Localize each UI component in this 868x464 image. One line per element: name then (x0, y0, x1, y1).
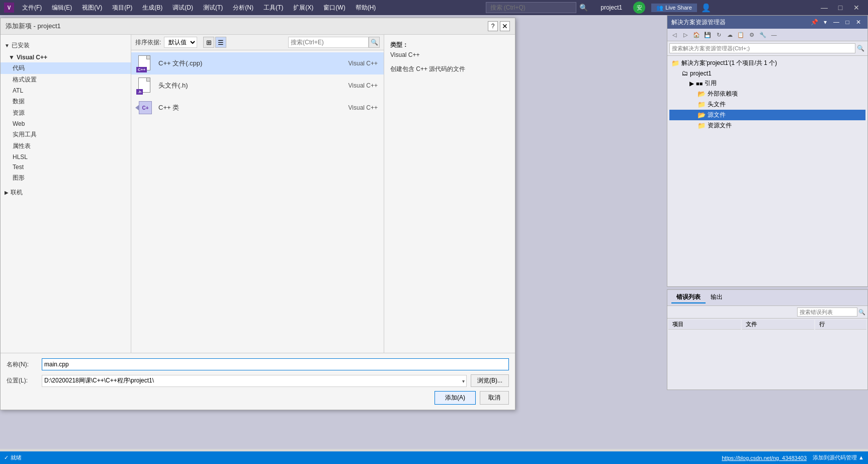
sort-select[interactable]: 默认值 (164, 37, 197, 48)
menu-extensions[interactable]: 扩展(X) (289, 2, 317, 14)
se-search-button[interactable]: 🔍 (855, 43, 865, 53)
location-row: 位置(L): ▾ 浏览(B)... (7, 374, 509, 387)
se-settings2-button[interactable]: 🔧 (758, 30, 768, 39)
se-close-button[interactable]: ✕ (853, 18, 863, 27)
sidebar-item-code[interactable]: 代码 (1, 62, 131, 74)
sidebar-item-test[interactable]: Test (1, 162, 131, 172)
sidebar-item-propsheet[interactable]: 属性表 (1, 140, 131, 152)
menu-help[interactable]: 帮助(H) (352, 2, 380, 14)
cancel-button[interactable]: 取消 (480, 391, 509, 405)
list-item-h[interactable]: .h 头文件(.h) Visual C++ (131, 74, 384, 97)
visual-cpp-section: ▼ Visual C++ 代码 格式设置 ATL 数据 资源 Web 实用工具 … (1, 51, 131, 185)
ep-search-input[interactable] (797, 307, 857, 317)
close-button[interactable]: ✕ (849, 2, 864, 14)
menu-debug[interactable]: 调试(D) (168, 2, 197, 14)
se-source-item[interactable]: 📂 源文件 (669, 110, 865, 120)
status-icon: ✓ (4, 454, 9, 461)
folder-source-icon: 📂 (698, 111, 706, 119)
installed-header[interactable]: ▼ 已安装 (1, 40, 131, 51)
tab-output[interactable]: 输出 (706, 292, 728, 303)
grid-view-button[interactable]: ⊞ (203, 37, 214, 48)
maximize-button[interactable]: □ (833, 2, 848, 14)
filelist-search-button[interactable]: 🔍 (369, 37, 380, 48)
liveshare-button[interactable]: 👥 Live Share (651, 4, 697, 12)
status-vcs-button[interactable]: 添加到源代码管理 ▲ (813, 454, 864, 461)
col-line[interactable]: 行 (815, 320, 866, 330)
sidebar-item-graphics[interactable]: 图形 (1, 172, 131, 184)
menu-tools[interactable]: 工具(T) (259, 2, 287, 14)
h-file-name: 头文件(.h) (158, 81, 322, 90)
se-resources-item[interactable]: 📁 资源文件 (669, 120, 865, 131)
online-header[interactable]: ▶ 联机 (1, 187, 131, 198)
se-home-button[interactable]: 🏠 (691, 30, 702, 39)
vs-search-input[interactable] (486, 2, 576, 13)
se-references-item[interactable]: ▶ ■■ 引用 (669, 78, 865, 89)
cpp-file-type: Visual C++ (327, 60, 378, 67)
location-input[interactable] (42, 375, 467, 387)
sidebar-item-data[interactable]: 数据 (1, 96, 131, 107)
class-shape: C+ (139, 101, 152, 114)
menu-analyze[interactable]: 分析(N) (229, 2, 257, 14)
se-max-button[interactable]: □ (842, 18, 852, 27)
dialog-help-button[interactable]: ? (488, 21, 498, 31)
sidebar-item-format[interactable]: 格式设置 (1, 74, 131, 86)
se-settings-button[interactable]: ⚙ (747, 30, 757, 39)
menu-view[interactable]: 视图(V) (78, 2, 106, 14)
menu-file[interactable]: 文件(F) (18, 2, 46, 14)
se-resources-label: 资源文件 (708, 121, 732, 130)
sidebar-item-utility[interactable]: 实用工具 (1, 129, 131, 140)
add-button[interactable]: 添加(A) (435, 391, 476, 405)
se-ext-deps-item[interactable]: 📂 外部依赖项 (669, 89, 865, 99)
add-new-item-dialog: 添加新项 - project1 ? ✕ ▼ 已安装 ▼ Visual C++ (0, 18, 515, 410)
se-headers-item[interactable]: 📁 头文件 (669, 99, 865, 110)
filelist-search-input[interactable] (288, 37, 369, 48)
menu-window[interactable]: 窗口(W) (319, 2, 349, 14)
list-item-class[interactable]: C+ C++ 类 Visual C++ (131, 97, 384, 119)
folder-resource-icon: 📁 (698, 122, 706, 129)
se-save-button[interactable]: 💾 (703, 30, 713, 39)
minimize-button[interactable]: — (817, 2, 832, 14)
col-project[interactable]: 项目 (668, 320, 741, 330)
se-min-button[interactable]: — (831, 18, 841, 27)
sidebar-item-resource[interactable]: 资源 (1, 107, 131, 119)
dialog-close-button[interactable]: ✕ (500, 21, 510, 31)
installed-label: 已安装 (12, 41, 30, 50)
visual-cpp-label: Visual C++ (17, 54, 47, 61)
se-back-button[interactable]: ◁ (669, 30, 679, 39)
sidebar-item-web[interactable]: Web (1, 119, 131, 129)
sidebar-item-atl[interactable]: ATL (1, 86, 131, 96)
search-icon: 🔍 (579, 4, 588, 12)
liveshare-label: Live Share (665, 5, 692, 11)
se-solution-item[interactable]: 📁 解决方案'project1'(1 个项目/共 1 个) (669, 58, 865, 68)
se-project-item[interactable]: 🗂 project1 (669, 68, 865, 78)
col-file[interactable]: 文件 (742, 320, 814, 330)
menu-project[interactable]: 项目(P) (108, 2, 136, 14)
filename-input[interactable] (42, 358, 509, 370)
browse-button[interactable]: 浏览(B)... (471, 374, 509, 387)
dialog-footer: 名称(N): 位置(L): ▾ 浏览(B)... 添加(A) 取消 (1, 353, 515, 410)
dialog-infopanel: 类型： Visual C++ 创建包含 C++ 源代码的文件 (384, 35, 515, 353)
status-link[interactable]: https://blog.csdn.net/ng_43483403 (722, 455, 807, 461)
se-search-bar: 🔍 (667, 41, 867, 56)
se-search-input[interactable] (669, 43, 855, 53)
list-view-button[interactable]: ☰ (215, 37, 226, 48)
user-icon[interactable]: 👤 (701, 3, 711, 13)
se-forward-button[interactable]: ▷ (680, 30, 690, 39)
se-refresh-button[interactable]: ↻ (714, 30, 724, 39)
h-file-icon: .h (137, 78, 153, 94)
se-cloud-button[interactable]: ☁ (725, 30, 735, 39)
menu-edit[interactable]: 编辑(E) (48, 2, 76, 14)
menu-test[interactable]: 测试(T) (199, 2, 227, 14)
list-item-cpp[interactable]: C++ C++ 文件(.cpp) Visual C++ (131, 52, 384, 74)
sidebar-item-hlsl[interactable]: HLSL (1, 152, 131, 162)
se-clipboard-button[interactable]: 📋 (736, 30, 746, 39)
cpp-file-icon: C++ (137, 55, 153, 71)
status-ready: ✓ 就绪 (4, 454, 22, 461)
se-pin-button[interactable]: 📌 (809, 18, 819, 27)
visual-cpp-header[interactable]: ▼ Visual C++ (1, 52, 131, 62)
tab-error-list[interactable]: 错误列表 (671, 292, 706, 303)
se-dropdown-button[interactable]: ▾ (820, 18, 830, 27)
se-headers-label: 头文件 (708, 100, 726, 109)
menu-build[interactable]: 生成(B) (138, 2, 166, 14)
ep-search-icon: 🔍 (858, 309, 865, 316)
